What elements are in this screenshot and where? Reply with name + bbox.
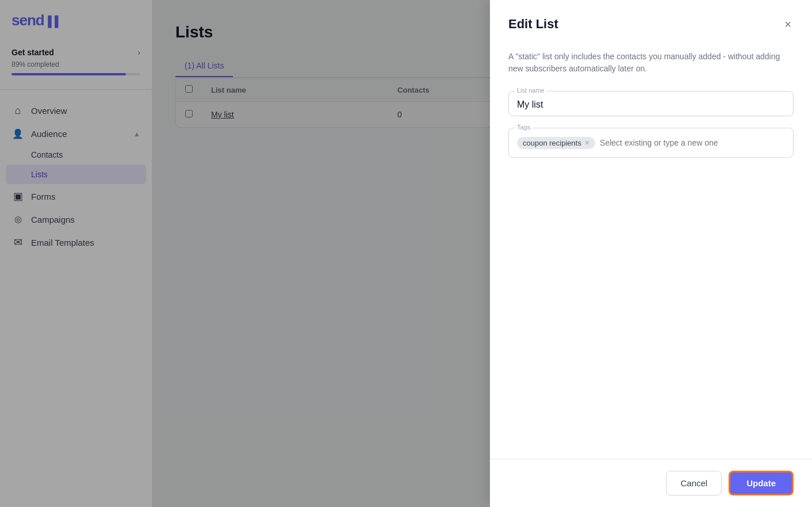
- list-name-field-box: List name: [508, 91, 794, 116]
- tag-chip-coupon-recipients: coupon recipients ×: [517, 137, 595, 149]
- edit-panel-header: Edit List ×: [490, 0, 812, 41]
- tags-input[interactable]: [600, 138, 785, 147]
- list-name-field: List name: [508, 91, 794, 116]
- edit-panel-title: Edit List: [508, 17, 558, 32]
- edit-panel-body: A "static" list only includes the contac…: [490, 41, 812, 459]
- tags-label: Tags: [515, 124, 533, 131]
- update-button[interactable]: Update: [729, 471, 794, 495]
- close-panel-button[interactable]: ×: [782, 16, 794, 32]
- modal-overlay[interactable]: Edit List × A "static" list only include…: [0, 0, 812, 507]
- tags-field-box: Tags coupon recipients ×: [508, 128, 794, 158]
- list-name-input[interactable]: [517, 97, 785, 110]
- edit-list-panel: Edit List × A "static" list only include…: [490, 0, 812, 507]
- tag-chip-label: coupon recipients: [523, 139, 581, 147]
- edit-panel-footer: Cancel Update: [490, 459, 812, 507]
- edit-panel-description: A "static" list only includes the contac…: [508, 51, 794, 75]
- cancel-button[interactable]: Cancel: [666, 471, 722, 495]
- list-name-label: List name: [515, 87, 547, 94]
- tags-field: Tags coupon recipients ×: [508, 128, 794, 158]
- tag-remove-button[interactable]: ×: [585, 139, 589, 147]
